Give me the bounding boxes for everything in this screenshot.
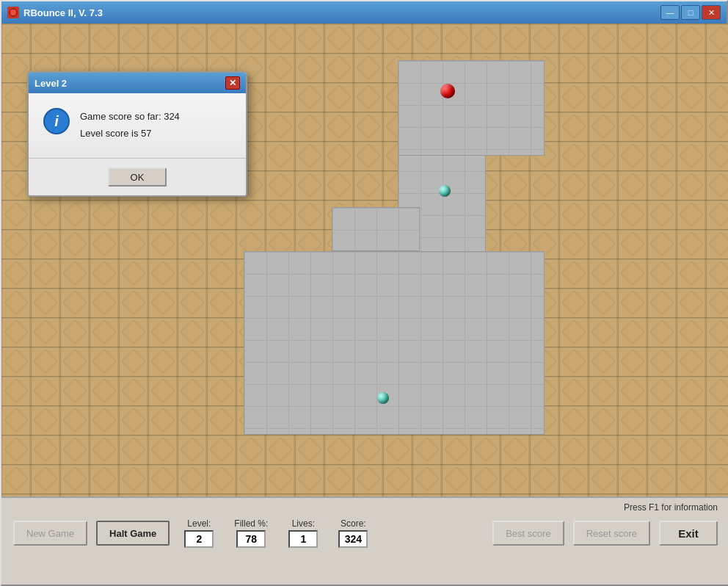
filled-value: 78 <box>236 530 266 548</box>
score-value: 324 <box>338 530 368 548</box>
app-icon <box>7 7 19 18</box>
level-value: 2 <box>184 530 214 548</box>
status-hint: Press F1 for information <box>624 502 718 513</box>
modal-overlay: Level 2 ✕ i Game score so far: 324 Level… <box>1 23 728 499</box>
new-game-button[interactable]: New Game <box>13 521 87 546</box>
level-dialog: Level 2 ✕ i Game score so far: 324 Level… <box>27 71 247 197</box>
maximize-button[interactable]: □ <box>681 5 700 20</box>
level-label: Level: <box>187 518 211 529</box>
modal-footer: OK <box>29 158 246 195</box>
game-area: Level 2 ✕ i Game score so far: 324 Level… <box>1 23 728 499</box>
status-controls: New Game Halt Game Level: 2 Filled %: 78… <box>1 514 728 552</box>
modal-messages: Game score so far: 324 Level score is 57 <box>80 108 180 139</box>
modal-title-bar: Level 2 ✕ <box>29 73 246 93</box>
lives-value: 1 <box>288 530 318 548</box>
lives-label: Lives: <box>292 518 315 529</box>
info-icon: i <box>43 108 70 134</box>
modal-close-button[interactable]: ✕ <box>225 76 240 90</box>
reset-score-button[interactable]: Reset score <box>573 521 650 546</box>
window-frame: RBounce II, V. 7.3 — □ ✕ <box>0 0 728 586</box>
status-hint-line: Press F1 for information <box>1 498 728 514</box>
close-button[interactable]: ✕ <box>702 5 721 20</box>
score-label: Score: <box>341 518 366 529</box>
window-title: RBounce II, V. 7.3 <box>23 7 103 18</box>
window-controls: — □ ✕ <box>660 5 721 20</box>
level-stat: Level: 2 <box>184 518 214 548</box>
lives-stat: Lives: 1 <box>288 518 318 548</box>
best-score-button[interactable]: Best score <box>492 521 564 546</box>
halt-game-button[interactable]: Halt Game <box>96 521 170 546</box>
title-bar: RBounce II, V. 7.3 — □ ✕ <box>1 1 727 23</box>
level-score-message: Level score is 57 <box>80 128 180 139</box>
ok-button[interactable]: OK <box>108 167 167 187</box>
status-bar: Press F1 for information New Game Halt G… <box>1 496 728 585</box>
game-canvas: Level 2 ✕ i Game score so far: 324 Level… <box>1 23 728 499</box>
modal-content-row: i Game score so far: 324 Level score is … <box>43 108 231 139</box>
modal-title: Level 2 <box>34 78 67 89</box>
minimize-button[interactable]: — <box>660 5 680 20</box>
svg-point-0 <box>10 9 17 16</box>
info-icon-text: i <box>54 114 59 129</box>
game-score-message: Game score so far: 324 <box>80 111 180 122</box>
filled-stat: Filled %: 78 <box>234 518 268 548</box>
filled-label: Filled %: <box>234 518 268 529</box>
modal-body: i Game score so far: 324 Level score is … <box>29 93 246 158</box>
exit-button[interactable]: Exit <box>659 521 718 546</box>
score-stat: Score: 324 <box>338 518 368 548</box>
